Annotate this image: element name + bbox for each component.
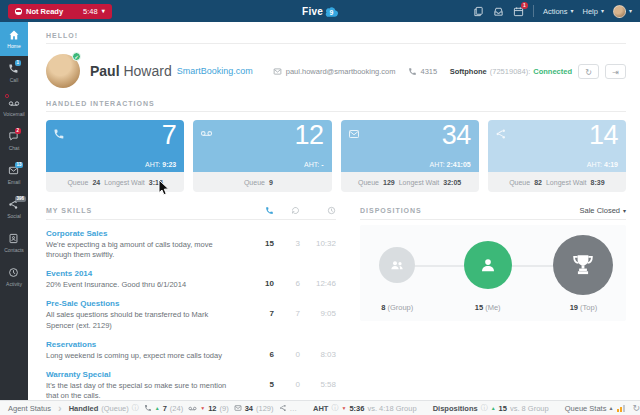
help-menu[interactable]: Help ▾ — [583, 7, 604, 16]
scripts-icon[interactable] — [473, 6, 484, 17]
handled-section-label: HANDLED INTERACTIONS — [46, 100, 626, 107]
home-icon — [8, 29, 20, 41]
skill-row: Warranty Special It's the last day of th… — [46, 370, 336, 400]
signal-bars-icon[interactable] — [617, 404, 625, 412]
skill-link[interactable]: Pre-Sale Questions — [46, 299, 248, 308]
company-link[interactable]: SmartBooking.com — [177, 66, 253, 76]
skill-link[interactable]: Corporate Sales — [46, 229, 248, 238]
group-stat: 8 (Group) — [381, 303, 413, 312]
breadcrumb-chevron-icon: › — [58, 403, 62, 414]
topbar: Not Ready 5:48 ▾ Five 9 1 Acti — [0, 0, 640, 22]
sidebar-item-contacts[interactable]: Contacts — [0, 226, 28, 260]
skill-link[interactable]: Warranty Special — [46, 370, 248, 379]
sidebar-item-voicemail[interactable]: Voicemail — [0, 90, 28, 124]
sidebar-item-home[interactable]: Home — [0, 22, 28, 56]
skill-link[interactable]: Events 2014 — [46, 269, 248, 278]
agent-status-pill[interactable]: Not Ready 5:48 ▾ — [8, 4, 112, 19]
statusbar-aht[interactable]: AHT ⓘ ▼ 5:36 vs. 4:18 Group — [313, 403, 417, 413]
skill-row: Pre-Sale Questions All sales questions s… — [46, 299, 336, 330]
sidebar-item-call[interactable]: 1 Call — [0, 56, 28, 90]
group-circle — [379, 247, 415, 283]
skill-description: All sales questions should be transferre… — [46, 310, 236, 330]
caret-down-icon: ▾ — [601, 8, 604, 14]
emails-card: 34 AHT: 2:41:05 Queue129 Longest Wait32:… — [341, 120, 479, 192]
disconnect-station-button[interactable]: ⇥ — [605, 64, 626, 79]
skills-header: MY SKILLS — [46, 206, 336, 215]
statusbar-dispositions[interactable]: Dispositions ⓘ ▲ 15 vs. 8 Group — [433, 403, 549, 413]
skill-time: 5:58 — [320, 380, 336, 389]
sidebar-item-email[interactable]: 13 Email — [0, 158, 28, 192]
top-circle — [553, 235, 613, 295]
statusbar-emails[interactable]: 34 (129) — [234, 404, 274, 413]
calls-card-tile[interactable]: 7 AHT: 9:23 — [46, 120, 184, 172]
skill-row: Events 2014 20% Event Insurance. Good th… — [46, 269, 336, 290]
sidebar-item-social[interactable]: 396 Social — [0, 192, 28, 226]
voicemail-alert-dot — [5, 94, 9, 98]
emails-card-tile[interactable]: 34 AHT: 2:41:05 — [341, 120, 479, 172]
skill-callbacks: 0 — [296, 350, 300, 359]
person-icon — [478, 255, 498, 275]
profile-row: ✓ Paul Howard SmartBooking.com paul.howa… — [46, 51, 626, 91]
email-icon: 13 — [8, 165, 20, 177]
inbox-tray-icon[interactable] — [493, 6, 504, 17]
disposition-filter-dropdown[interactable]: Sale Closed ▾ — [580, 206, 626, 215]
sidebar-item-activity[interactable]: Activity — [0, 260, 28, 294]
statusbar-calls[interactable]: ▲ 7 (24) — [144, 404, 183, 413]
calls-column-icon — [265, 206, 274, 215]
agent-status-segment[interactable]: Agent Status — [8, 404, 51, 413]
handled-cards: 7 AHT: 9:23 Queue24 Longest Wait3:15 12 … — [46, 120, 626, 192]
skill-calls: 5 — [270, 380, 274, 389]
skill-time: 12:46 — [316, 279, 336, 288]
skill-time: 8:03 — [320, 350, 336, 359]
skill-row: Reservations Long weekend is coming up, … — [46, 340, 336, 361]
trend-up-icon: ▲ — [491, 405, 496, 411]
handled-segment[interactable]: Handled (Queue) ⓘ — [69, 403, 139, 413]
calendar-icon[interactable]: 1 — [513, 6, 524, 17]
refresh-station-button[interactable]: ↻ — [578, 64, 599, 79]
voicemails-card-tile[interactable]: 12 AHT: - — [193, 120, 331, 172]
social-ellipsis: … — [290, 404, 298, 413]
social-badge: 396 — [15, 196, 26, 202]
status-timer: 5:48 — [83, 7, 98, 16]
top-stat: 19 (Top) — [570, 303, 598, 312]
agent-email[interactable]: paul.howard@smartbooking.com — [273, 67, 396, 76]
not-ready-icon — [15, 8, 22, 15]
skill-link[interactable]: Reservations — [46, 340, 248, 349]
calls-count: 7 — [162, 120, 177, 151]
actions-menu[interactable]: Actions ▾ — [543, 7, 574, 16]
contacts-icon — [8, 233, 20, 245]
agent-extension[interactable]: 4315 — [408, 67, 438, 76]
caret-up-icon: ▴ — [609, 405, 612, 411]
social-queue-footer: Queue82 Longest Wait8:39 — [488, 172, 626, 192]
queue-stats-toggle[interactable]: Queue Stats ▴ — [565, 404, 613, 413]
voicemail-icon — [188, 404, 197, 413]
softphone-status: Softphone (72519084): Connected ↻ ⇥ — [450, 64, 626, 79]
phone-icon — [144, 404, 152, 412]
caret-down-icon: ▾ — [629, 8, 632, 14]
social-card: 14 AHT: 4:19 Queue82 Longest Wait8:39 — [488, 120, 626, 192]
caret-down-icon: ▾ — [623, 208, 626, 214]
dispositions-header: DISPOSITIONS Sale Closed ▾ — [360, 206, 626, 215]
sidebar-item-chat[interactable]: 2 Chat — [0, 124, 28, 158]
skill-time: 10:32 — [316, 239, 336, 248]
social-card-tile[interactable]: 14 AHT: 4:19 — [488, 120, 626, 172]
skill-calls: 6 — [270, 350, 274, 359]
statusbar-voicemails[interactable]: ▼ 12 (9) — [188, 404, 228, 413]
share-icon: 396 — [8, 199, 20, 211]
user-menu[interactable]: ▾ — [613, 5, 632, 18]
refresh-icon[interactable]: ↻ — [632, 404, 640, 413]
divider — [360, 219, 626, 220]
skill-text: Pre-Sale Questions All sales questions s… — [46, 299, 248, 330]
email-icon — [273, 67, 282, 76]
info-icon: ⓘ — [331, 403, 338, 413]
voicemail-icon — [200, 126, 213, 144]
five9-dashboard: Not Ready 5:48 ▾ Five 9 1 Acti — [0, 0, 640, 415]
skill-calls: 15 — [265, 239, 274, 248]
status-label: Not Ready — [26, 7, 63, 16]
statusbar-right-icons: ↻ — [617, 404, 640, 413]
trend-up-icon: ▲ — [155, 405, 160, 411]
statusbar-social[interactable]: … — [279, 404, 298, 413]
group-icon — [389, 257, 405, 273]
skill-calls: 7 — [270, 309, 274, 318]
me-circle — [464, 241, 512, 289]
